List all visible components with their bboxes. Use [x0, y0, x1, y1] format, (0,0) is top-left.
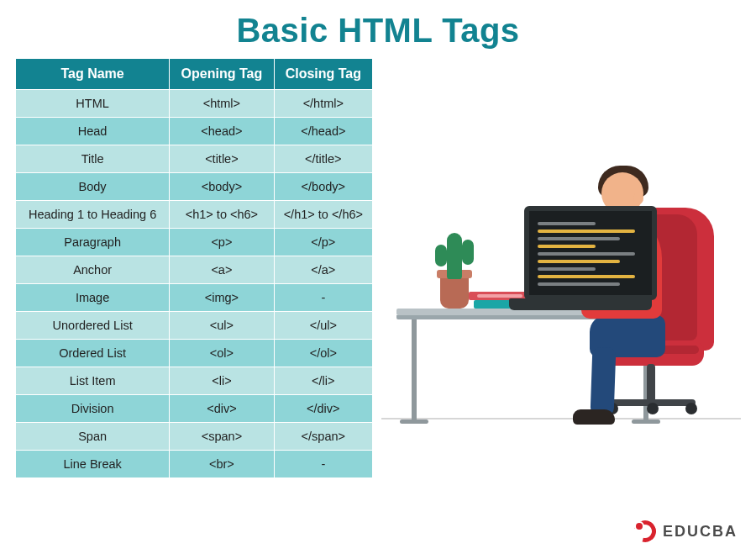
cell-tag-name: Image: [16, 284, 170, 312]
brand-name: EDUCBA: [663, 523, 738, 541]
cell-tag-name: Title: [16, 145, 170, 173]
desk-foot-icon: [400, 419, 428, 424]
laptop-base-icon: [509, 298, 652, 310]
cell-closing-tag: </head>: [274, 118, 372, 145]
cell-opening-tag: <img>: [170, 284, 274, 312]
cell-closing-tag: </span>: [274, 423, 372, 451]
table-row: HTML<html></html>: [16, 90, 373, 118]
cell-opening-tag: <head>: [170, 118, 274, 145]
cell-opening-tag: <br>: [170, 451, 274, 478]
table-row: Line Break<br>-: [16, 451, 373, 478]
cell-closing-tag: </p>: [274, 229, 372, 256]
person-shoe-icon: [573, 409, 615, 425]
cell-closing-tag: </html>: [274, 90, 372, 118]
html-tags-table: Tag Name Opening Tag Closing Tag HTML<ht…: [15, 58, 373, 478]
chair-wheel-icon: [647, 403, 659, 414]
cell-tag-name: Line Break: [16, 451, 170, 478]
table-row: Unordered List<ul></ul>: [16, 312, 373, 340]
table-row: Paragraph<p></p>: [16, 229, 373, 256]
cell-tag-name: List Item: [16, 367, 170, 395]
cell-closing-tag: </li>: [274, 367, 372, 395]
cell-tag-name: Unordered List: [16, 312, 170, 340]
page-title: Basic HTML Tags: [0, 0, 756, 58]
cell-closing-tag: -: [274, 451, 372, 478]
educba-logo-icon: [634, 520, 656, 542]
content-area: Tag Name Opening Tag Closing Tag HTML<ht…: [0, 58, 756, 495]
col-closing-tag: Closing Tag: [274, 59, 372, 90]
cell-opening-tag: <html>: [170, 90, 274, 118]
cell-closing-tag: -: [274, 284, 372, 312]
table-header-row: Tag Name Opening Tag Closing Tag: [16, 59, 373, 90]
table-row: Head<head></head>: [16, 118, 373, 145]
cell-closing-tag: </body>: [274, 173, 372, 201]
table-row: Anchor<a></a>: [16, 256, 373, 284]
laptop-screen-icon: [524, 206, 657, 300]
cell-opening-tag: <title>: [170, 145, 274, 173]
cell-tag-name: Head: [16, 118, 170, 145]
person-ear-icon: [633, 193, 643, 204]
cell-closing-tag: </title>: [274, 145, 372, 173]
desk-leg-icon: [412, 319, 417, 420]
cell-opening-tag: <a>: [170, 256, 274, 284]
cell-closing-tag: </h1> to </h6>: [274, 201, 372, 229]
cell-opening-tag: <h1> to <h6>: [170, 201, 274, 229]
plant-pot-icon: [440, 275, 469, 309]
col-tag-name: Tag Name: [16, 59, 170, 90]
cell-closing-tag: </div>: [274, 395, 372, 423]
table-row: Body<body></body>: [16, 173, 373, 201]
desk-foot-icon: [632, 419, 660, 424]
cell-tag-name: Heading 1 to Heading 6: [16, 201, 170, 229]
table-row: Division<div></div>: [16, 395, 373, 423]
developer-illustration: [381, 58, 741, 495]
cell-tag-name: Body: [16, 173, 170, 201]
cell-tag-name: HTML: [16, 90, 170, 118]
cell-tag-name: Anchor: [16, 256, 170, 284]
table-row: Heading 1 to Heading 6<h1> to <h6></h1> …: [16, 201, 373, 229]
chair-wheel-icon: [685, 403, 697, 414]
brand-logo: EDUCBA: [634, 520, 738, 542]
chair-stem-icon: [647, 364, 655, 403]
person-shin-icon: [591, 347, 617, 417]
cactus-icon: [447, 233, 462, 279]
table-row: Title<title></title>: [16, 145, 373, 173]
table-row: Ordered List<ol></ol>: [16, 340, 373, 367]
cell-tag-name: Ordered List: [16, 340, 170, 367]
cell-tag-name: Division: [16, 395, 170, 423]
cell-opening-tag: <span>: [170, 423, 274, 451]
cell-opening-tag: <ul>: [170, 312, 274, 340]
cell-opening-tag: <li>: [170, 367, 274, 395]
cell-closing-tag: </ol>: [274, 340, 372, 367]
table-row: List Item<li></li>: [16, 367, 373, 395]
table-row: Span<span></span>: [16, 423, 373, 451]
cell-tag-name: Paragraph: [16, 229, 170, 256]
floor-line: [381, 418, 741, 419]
cell-opening-tag: <p>: [170, 229, 274, 256]
table-row: Image<img>-: [16, 284, 373, 312]
cell-closing-tag: </ul>: [274, 312, 372, 340]
cell-opening-tag: <ol>: [170, 340, 274, 367]
cell-opening-tag: <body>: [170, 173, 274, 201]
cell-tag-name: Span: [16, 423, 170, 451]
cell-opening-tag: <div>: [170, 395, 274, 423]
cell-closing-tag: </a>: [274, 256, 372, 284]
col-opening-tag: Opening Tag: [170, 59, 274, 90]
